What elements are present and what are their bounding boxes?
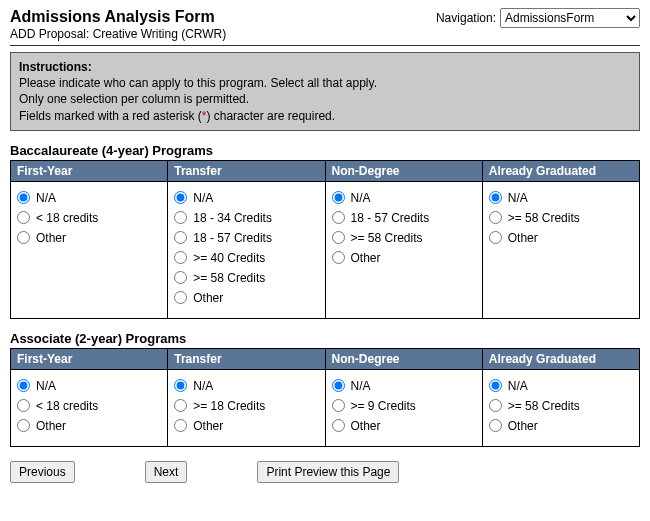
radio-input[interactable] bbox=[332, 231, 345, 244]
radio-input[interactable] bbox=[489, 399, 502, 412]
radio-label: >= 58 Credits bbox=[508, 399, 580, 413]
radio-label: Other bbox=[351, 419, 381, 433]
radio-input[interactable] bbox=[332, 399, 345, 412]
navigation-select[interactable]: AdmissionsForm bbox=[500, 8, 640, 28]
bacc-cell-already-graduated: N/A>= 58 CreditsOther bbox=[482, 181, 639, 318]
radio-option[interactable]: N/A bbox=[15, 376, 163, 396]
radio-option[interactable]: N/A bbox=[330, 188, 478, 208]
radio-input[interactable] bbox=[489, 231, 502, 244]
radio-input[interactable] bbox=[17, 379, 30, 392]
radio-option[interactable]: < 18 credits bbox=[15, 396, 163, 416]
bacc-section-title: Baccalaureate (4-year) Programs bbox=[10, 143, 640, 158]
radio-input[interactable] bbox=[17, 191, 30, 204]
radio-input[interactable] bbox=[174, 191, 187, 204]
radio-label: < 18 credits bbox=[36, 399, 98, 413]
instructions-box: Instructions: Please indicate who can ap… bbox=[10, 52, 640, 131]
radio-input[interactable] bbox=[174, 399, 187, 412]
radio-option[interactable]: N/A bbox=[172, 188, 320, 208]
radio-label: Other bbox=[508, 419, 538, 433]
radio-option[interactable]: Other bbox=[172, 416, 320, 436]
radio-option[interactable]: 18 - 57 Credits bbox=[172, 228, 320, 248]
nav-label: Navigation: bbox=[436, 11, 496, 25]
radio-input[interactable] bbox=[174, 419, 187, 432]
radio-option[interactable]: >= 58 Credits bbox=[487, 396, 635, 416]
radio-option[interactable]: >= 9 Credits bbox=[330, 396, 478, 416]
radio-label: >= 40 Credits bbox=[193, 251, 265, 265]
radio-input[interactable] bbox=[17, 399, 30, 412]
radio-label: N/A bbox=[508, 379, 528, 393]
radio-label: Other bbox=[36, 231, 66, 245]
assoc-cell-already-graduated: N/A>= 58 CreditsOther bbox=[482, 369, 639, 446]
radio-input[interactable] bbox=[174, 271, 187, 284]
radio-option[interactable]: Other bbox=[330, 416, 478, 436]
radio-option[interactable]: >= 18 Credits bbox=[172, 396, 320, 416]
radio-input[interactable] bbox=[489, 379, 502, 392]
bacc-cell-transfer: N/A18 - 34 Credits18 - 57 Credits>= 40 C… bbox=[168, 181, 325, 318]
radio-input[interactable] bbox=[489, 211, 502, 224]
assoc-col-first-year: First-Year bbox=[11, 348, 168, 369]
radio-input[interactable] bbox=[17, 419, 30, 432]
header-divider bbox=[10, 45, 640, 46]
assoc-col-already-graduated: Already Graduated bbox=[482, 348, 639, 369]
radio-option[interactable]: < 18 credits bbox=[15, 208, 163, 228]
radio-option[interactable]: N/A bbox=[172, 376, 320, 396]
radio-option[interactable]: 18 - 34 Credits bbox=[172, 208, 320, 228]
radio-option[interactable]: >= 58 Credits bbox=[487, 208, 635, 228]
radio-option[interactable]: N/A bbox=[330, 376, 478, 396]
assoc-col-transfer: Transfer bbox=[168, 348, 325, 369]
previous-button[interactable]: Previous bbox=[10, 461, 75, 483]
instructions-line2: Only one selection per column is permitt… bbox=[19, 92, 249, 106]
next-button[interactable]: Next bbox=[145, 461, 188, 483]
radio-option[interactable]: N/A bbox=[487, 188, 635, 208]
radio-option[interactable]: 18 - 57 Credits bbox=[330, 208, 478, 228]
radio-option[interactable]: N/A bbox=[15, 188, 163, 208]
radio-option[interactable]: Other bbox=[15, 416, 163, 436]
radio-label: >= 9 Credits bbox=[351, 399, 416, 413]
radio-input[interactable] bbox=[489, 191, 502, 204]
radio-input[interactable] bbox=[332, 251, 345, 264]
radio-label: 18 - 57 Credits bbox=[351, 211, 430, 225]
radio-label: >= 58 Credits bbox=[351, 231, 423, 245]
assoc-cell-transfer: N/A>= 18 CreditsOther bbox=[168, 369, 325, 446]
radio-input[interactable] bbox=[174, 231, 187, 244]
radio-option[interactable]: Other bbox=[15, 228, 163, 248]
bacc-col-transfer: Transfer bbox=[168, 160, 325, 181]
page-subtitle: ADD Proposal: Creative Writing (CRWR) bbox=[10, 27, 226, 41]
radio-input[interactable] bbox=[174, 291, 187, 304]
radio-option[interactable]: >= 58 Credits bbox=[172, 268, 320, 288]
radio-input[interactable] bbox=[17, 211, 30, 224]
radio-label: N/A bbox=[193, 191, 213, 205]
radio-option[interactable]: >= 40 Credits bbox=[172, 248, 320, 268]
radio-option[interactable]: >= 58 Credits bbox=[330, 228, 478, 248]
bacc-col-non-degree: Non-Degree bbox=[325, 160, 482, 181]
assoc-cell-first-year: N/A< 18 creditsOther bbox=[11, 369, 168, 446]
radio-input[interactable] bbox=[332, 211, 345, 224]
print-preview-button[interactable]: Print Preview this Page bbox=[257, 461, 399, 483]
radio-option[interactable]: Other bbox=[487, 416, 635, 436]
radio-option[interactable]: Other bbox=[487, 228, 635, 248]
radio-input[interactable] bbox=[174, 251, 187, 264]
assoc-section-title: Associate (2-year) Programs bbox=[10, 331, 640, 346]
bacc-col-first-year: First-Year bbox=[11, 160, 168, 181]
radio-label: Other bbox=[193, 291, 223, 305]
radio-input[interactable] bbox=[332, 419, 345, 432]
instructions-line3a: Fields marked with a red asterisk ( bbox=[19, 109, 202, 123]
radio-input[interactable] bbox=[174, 379, 187, 392]
radio-option[interactable]: N/A bbox=[487, 376, 635, 396]
radio-label: 18 - 34 Credits bbox=[193, 211, 272, 225]
radio-label: Other bbox=[508, 231, 538, 245]
radio-label: Other bbox=[193, 419, 223, 433]
instructions-heading: Instructions: bbox=[19, 60, 92, 74]
radio-label: Other bbox=[36, 419, 66, 433]
radio-label: >= 58 Credits bbox=[193, 271, 265, 285]
radio-input[interactable] bbox=[332, 379, 345, 392]
assoc-col-non-degree: Non-Degree bbox=[325, 348, 482, 369]
radio-label: N/A bbox=[351, 379, 371, 393]
radio-input[interactable] bbox=[332, 191, 345, 204]
radio-option[interactable]: Other bbox=[172, 288, 320, 308]
radio-option[interactable]: Other bbox=[330, 248, 478, 268]
radio-input[interactable] bbox=[489, 419, 502, 432]
radio-input[interactable] bbox=[174, 211, 187, 224]
radio-input[interactable] bbox=[17, 231, 30, 244]
bacc-cell-non-degree: N/A18 - 57 Credits>= 58 CreditsOther bbox=[325, 181, 482, 318]
